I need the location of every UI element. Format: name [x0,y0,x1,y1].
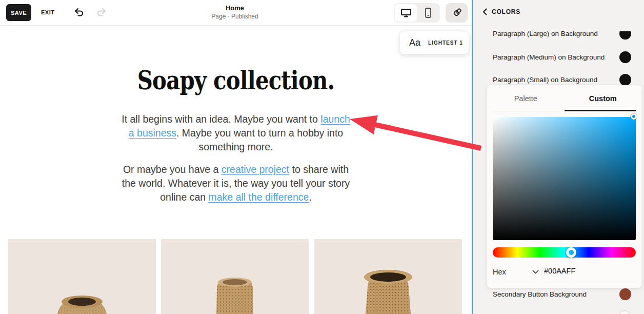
product-image-1[interactable] [8,239,156,314]
text-link[interactable]: launch [320,113,350,125]
text-style-card[interactable]: Aa LIGHTEST 1 [399,31,469,54]
text-run: . [309,191,311,203]
redo-icon [95,7,108,19]
font-sample: Aa [409,37,420,48]
editor-toolbar: SAVE EXIT Home Page · Published [0,0,472,26]
format-underline [493,283,534,283]
mobile-view-button[interactable] [417,4,439,22]
canvas-panel-divider [472,0,473,314]
vase-illustration-2 [161,239,309,314]
color-row-paragraph-large[interactable]: Paragraph (Large) on Background [493,31,631,40]
picker-tabs: Palette Custom [487,85,641,111]
desktop-icon [400,8,412,18]
undo-button[interactable] [73,7,85,19]
color-picker: Palette Custom Hex [487,85,641,288]
squarespace-editor: SAVE EXIT Home Page · Published [0,0,644,314]
site-styles-button[interactable] [446,3,468,23]
color-row-paragraph-medium[interactable]: Paragraph (Medium) on Background [493,51,631,63]
vase-illustration-3 [314,239,462,314]
product-image-3[interactable] [314,239,462,314]
color-swatch-partial[interactable] [618,310,631,314]
color-row-clip: Paragraph (Large) on Background [493,31,631,41]
color-selection-handle[interactable] [631,113,637,120]
page-heading[interactable]: Soapy collection. [43,65,429,95]
page-title: Home [211,4,258,12]
text-run: the world. Whatever it is, the way you t… [122,178,350,189]
color-row-label: Secondary Button Background [493,290,587,298]
color-row-secondary-button-bg[interactable]: Secondary Button Background [493,288,631,300]
panel-header[interactable]: COLORS [482,8,520,15]
mobile-icon [425,7,432,18]
paragraph-1: It all begins with an idea. Maybe you wa… [115,112,356,154]
save-button[interactable]: SAVE [6,4,31,21]
chevron-down-icon [532,270,539,274]
paragraph-2: Or maybe you have a creative project to … [115,163,356,204]
active-tab-underline [565,110,636,111]
redo-button[interactable] [95,7,108,19]
saturation-value-area[interactable] [493,117,636,240]
text-run: It all begins with an idea. Maybe you wa… [122,113,320,125]
desktop-view-button[interactable] [395,4,417,22]
tab-custom[interactable]: Custom [565,85,642,111]
hex-value-input[interactable] [544,267,634,275]
color-row-paragraph-small[interactable]: Paragraph (Small) on Background [493,74,631,86]
intro-text-block[interactable]: It all begins with an idea. Maybe you wa… [115,112,356,204]
product-image-2[interactable] [161,239,309,314]
colors-panel: COLORS Paragraph (Large) on Background P… [473,0,644,314]
text-run: online can [160,191,208,203]
text-link[interactable]: a business [129,127,176,139]
format-label: Hex [493,268,506,276]
hue-handle[interactable] [566,247,576,258]
hue-slider[interactable] [493,247,636,258]
color-swatch[interactable] [619,288,631,300]
tab-palette[interactable]: Palette [487,85,565,111]
theme-name-label: LIGHTEST 1 [428,40,463,46]
text-run: something more. [198,141,273,152]
color-value-row: Hex [493,266,636,281]
text-run: to share with [289,164,349,175]
text-link[interactable]: creative project [222,164,289,175]
chevron-left-icon [482,8,487,15]
text-link[interactable]: make all the difference [209,191,309,203]
tab-divider-line [493,111,565,111]
page-title-block: Home Page · Published [211,4,258,20]
vase-illustration-1 [8,239,156,314]
color-swatch[interactable] [619,74,631,86]
undo-icon [73,7,85,19]
panel-title: COLORS [492,8,520,15]
format-select[interactable]: Hex [493,268,539,276]
text-run: . Maybe you want to turn a hobby into [176,127,343,139]
exit-button[interactable]: EXIT [41,4,54,21]
color-row-label: Paragraph (Medium) on Background [493,53,605,61]
color-row-label: Paragraph (Small) on Background [493,76,597,84]
text-run: Or maybe you have a [123,164,222,175]
hex-underline [544,283,636,283]
color-row-label: Paragraph (Large) on Background [493,31,598,37]
color-swatch[interactable] [619,51,631,63]
site-preview-canvas: SAVE EXIT Home Page · Published [0,0,472,314]
page-status: Page · Published [211,13,258,20]
paintbrush-icon [451,7,462,18]
device-preview-toggle [394,3,440,23]
color-swatch[interactable] [619,31,631,40]
